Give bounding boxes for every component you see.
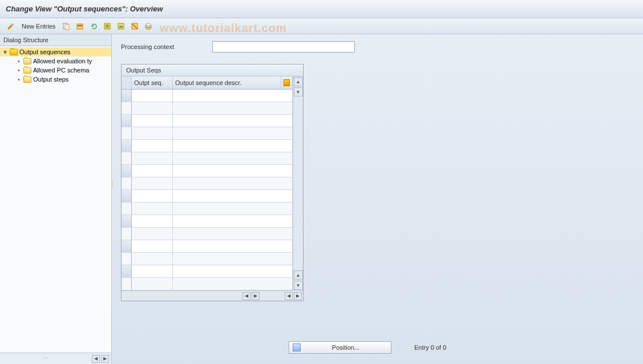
- tree-node-allowed-evaluation[interactable]: • Allowed evaluation ty: [0, 56, 111, 66]
- table-row[interactable]: [122, 152, 293, 165]
- table-configure-button[interactable]: [281, 76, 293, 89]
- select-all-column[interactable]: [122, 76, 132, 89]
- collapse-icon[interactable]: ▼: [2, 49, 8, 55]
- row-selector[interactable]: [122, 177, 132, 189]
- cell-outpt-seq[interactable]: [132, 152, 173, 164]
- cell-descr[interactable]: [173, 203, 293, 215]
- row-selector[interactable]: [122, 152, 132, 164]
- scroll-track[interactable]: [293, 97, 303, 270]
- resize-dots-icon[interactable]: ⋯: [2, 355, 91, 362]
- cell-outpt-seq[interactable]: [132, 265, 173, 277]
- scroll-right-icon[interactable]: ▶: [101, 355, 109, 363]
- cell-outpt-seq[interactable]: [132, 165, 173, 177]
- table-row[interactable]: [122, 240, 293, 253]
- scroll-right-icon[interactable]: ▶: [252, 292, 260, 300]
- undo-change-icon[interactable]: [88, 21, 99, 31]
- row-selector[interactable]: [122, 115, 132, 127]
- vertical-scrollbar[interactable]: ▲ ▼ ▲ ▼: [293, 76, 303, 290]
- deselect-all-icon[interactable]: [130, 21, 140, 31]
- table-row[interactable]: [122, 253, 293, 265]
- cell-descr[interactable]: [173, 265, 293, 277]
- row-selector[interactable]: [122, 140, 132, 152]
- configure-icon: [284, 79, 290, 86]
- delete-icon[interactable]: [75, 21, 85, 31]
- cell-outpt-seq[interactable]: [132, 228, 173, 240]
- row-selector[interactable]: [122, 165, 132, 177]
- table-row[interactable]: [122, 215, 293, 228]
- copy-as-icon[interactable]: [61, 21, 71, 31]
- table-row[interactable]: [122, 90, 293, 102]
- scroll-left-icon[interactable]: ◀: [92, 355, 100, 363]
- row-selector[interactable]: [122, 253, 132, 265]
- cell-outpt-seq[interactable]: [132, 115, 173, 127]
- cell-descr[interactable]: [173, 253, 293, 265]
- select-all-icon[interactable]: [102, 21, 112, 31]
- tree-node-allowed-pc-schema[interactable]: • Allowed PC schema: [0, 66, 111, 75]
- table-row[interactable]: [122, 127, 293, 140]
- toggle-display-change-icon[interactable]: [6, 21, 16, 31]
- column-header-descr[interactable]: Output sequence descr.: [173, 76, 281, 89]
- cell-descr[interactable]: [173, 152, 293, 164]
- row-selector[interactable]: [122, 102, 132, 114]
- cell-outpt-seq[interactable]: [132, 90, 173, 102]
- row-selector[interactable]: [122, 127, 132, 139]
- cell-descr[interactable]: [173, 215, 293, 227]
- cell-outpt-seq[interactable]: [132, 177, 173, 189]
- cell-descr[interactable]: [173, 228, 293, 240]
- new-entries-button[interactable]: New Entries: [19, 23, 58, 30]
- select-block-icon[interactable]: [116, 21, 126, 31]
- table-row[interactable]: [122, 190, 293, 203]
- scroll-left-icon[interactable]: ◀: [242, 292, 250, 300]
- cell-descr[interactable]: [173, 165, 293, 177]
- row-selector[interactable]: [122, 278, 132, 290]
- print-icon[interactable]: [143, 21, 153, 31]
- cell-descr[interactable]: [173, 90, 293, 102]
- table-row[interactable]: [122, 228, 293, 240]
- cell-outpt-seq[interactable]: [132, 203, 173, 215]
- scroll-up-icon[interactable]: ▲: [294, 270, 303, 280]
- scroll-down-icon[interactable]: ▼: [294, 87, 303, 96]
- tree-node-output-sequences[interactable]: ▼ Output sequences: [0, 47, 111, 56]
- row-selector[interactable]: [122, 203, 132, 215]
- row-selector[interactable]: [122, 190, 132, 202]
- scroll-right-icon[interactable]: ▶: [294, 292, 302, 300]
- table-row[interactable]: [122, 177, 293, 190]
- cell-outpt-seq[interactable]: [132, 240, 173, 252]
- table-row[interactable]: [122, 165, 293, 177]
- horizontal-scrollbar[interactable]: ◀ ▶ ◀ ▶: [122, 290, 303, 301]
- cell-descr[interactable]: [173, 190, 293, 202]
- processing-context-input[interactable]: [212, 41, 355, 52]
- cell-descr[interactable]: [173, 278, 293, 290]
- cell-outpt-seq[interactable]: [132, 190, 173, 202]
- table-row[interactable]: [122, 140, 293, 152]
- processing-context-row: Processing context: [121, 41, 634, 52]
- cell-descr[interactable]: [173, 140, 293, 152]
- table-row[interactable]: [122, 278, 293, 290]
- cell-outpt-seq[interactable]: [132, 102, 173, 114]
- cell-descr[interactable]: [173, 240, 293, 252]
- cell-descr[interactable]: [173, 177, 293, 189]
- cell-outpt-seq[interactable]: [132, 127, 173, 139]
- tree-node-output-steps[interactable]: • Output steps: [0, 75, 111, 84]
- table-row[interactable]: [122, 115, 293, 127]
- cell-outpt-seq[interactable]: [132, 278, 173, 290]
- row-selector[interactable]: [122, 265, 132, 277]
- row-selector[interactable]: [122, 240, 132, 252]
- table-row[interactable]: [122, 102, 293, 115]
- cell-outpt-seq[interactable]: [132, 253, 173, 265]
- scroll-left-icon[interactable]: ◀: [285, 292, 293, 300]
- row-selector[interactable]: [122, 215, 132, 227]
- position-button[interactable]: Position...: [289, 341, 391, 354]
- column-header-outpt-seq[interactable]: Outpt seq.: [132, 76, 173, 89]
- cell-descr[interactable]: [173, 127, 293, 139]
- scroll-down-icon[interactable]: ▼: [294, 281, 303, 290]
- row-selector[interactable]: [122, 228, 132, 240]
- cell-descr[interactable]: [173, 115, 293, 127]
- scroll-up-icon[interactable]: ▲: [294, 77, 303, 86]
- table-row[interactable]: [122, 203, 293, 215]
- table-row[interactable]: [122, 265, 293, 278]
- cell-outpt-seq[interactable]: [132, 215, 173, 227]
- cell-outpt-seq[interactable]: [132, 140, 173, 152]
- row-selector[interactable]: [122, 90, 132, 102]
- cell-descr[interactable]: [173, 102, 293, 114]
